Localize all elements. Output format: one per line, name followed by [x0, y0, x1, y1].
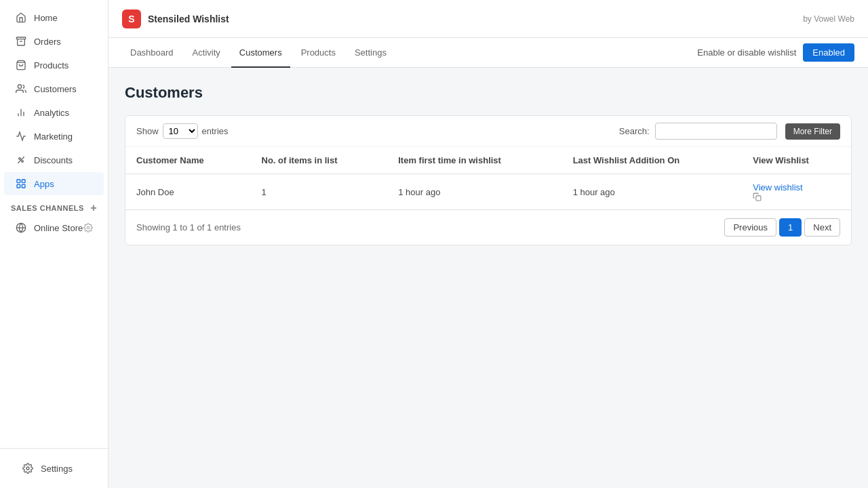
search-input[interactable] — [655, 123, 777, 140]
app-title: Stensiled Wishlist — [148, 14, 229, 24]
settings-label: Settings — [41, 464, 73, 474]
customers-icon — [15, 83, 27, 95]
svg-rect-10 — [17, 180, 20, 183]
sidebar-item-discounts-label: Discounts — [34, 155, 73, 165]
svg-point-3 — [18, 85, 21, 88]
col-items-count: No. of items in list — [251, 147, 388, 174]
svg-rect-12 — [17, 184, 20, 188]
previous-button[interactable]: Previous — [724, 218, 776, 237]
tab-bar: Dashboard Activity Customers Products Se… — [108, 38, 868, 68]
sidebar-item-apps-label: Apps — [34, 179, 54, 189]
svg-rect-11 — [22, 180, 25, 183]
next-button[interactable]: Next — [804, 218, 840, 237]
sales-channels-header: SALES CHANNELS + — [0, 196, 108, 216]
marketing-icon — [15, 130, 27, 142]
svg-rect-13 — [22, 184, 25, 188]
app-header: S Stensiled Wishlist by Vowel Web — [108, 0, 868, 38]
sidebar: Home Orders Products Customers — [0, 0, 108, 488]
entries-label: entries — [202, 126, 229, 136]
sales-channels-label: SALES CHANNELS — [11, 204, 84, 212]
sidebar-nav: Home Orders Products Customers — [0, 0, 108, 448]
table-header-row: Customer Name No. of items in list Item … — [125, 147, 851, 174]
more-filter-button[interactable]: More Filter — [785, 123, 840, 140]
tab-activity[interactable]: Activity — [184, 39, 229, 68]
svg-point-16 — [87, 226, 90, 229]
search-label: Search: — [619, 126, 650, 136]
online-store-label: Online Store — [34, 223, 83, 233]
toggle-label: Enable or disable wishlist — [697, 47, 796, 58]
page-content: Customers Show 10 25 50 100 entries Sear — [108, 68, 868, 488]
app-header-by: by Vowel Web — [803, 14, 854, 24]
sidebar-item-analytics-label: Analytics — [34, 108, 69, 118]
sidebar-item-discounts[interactable]: Discounts — [4, 148, 104, 171]
sidebar-item-home[interactable]: Home — [4, 6, 104, 29]
copy-icon[interactable] — [753, 192, 840, 201]
svg-point-17 — [26, 467, 29, 470]
sidebar-item-products[interactable]: Products — [4, 54, 104, 77]
sidebar-item-apps[interactable]: Apps — [4, 172, 104, 195]
sidebar-item-orders-label: Orders — [34, 37, 61, 47]
sidebar-item-home-label: Home — [34, 13, 58, 23]
settings-icon — [22, 462, 34, 474]
orders-icon — [15, 35, 27, 47]
items-count-cell: 1 — [251, 174, 388, 210]
table-row: John Doe 1 1 hour ago 1 hour ago View wi… — [125, 174, 851, 210]
sidebar-item-marketing-label: Marketing — [34, 131, 73, 142]
col-customer-name: Customer Name — [125, 147, 251, 174]
products-icon — [15, 59, 27, 71]
col-first-time: Item first time in wishlist — [387, 147, 561, 174]
enabled-button[interactable]: Enabled — [803, 43, 854, 62]
add-sales-channel-icon[interactable]: + — [90, 203, 97, 214]
col-view-wishlist: View Wishlist — [742, 147, 851, 174]
last-addition-cell: 1 hour ago — [562, 174, 743, 210]
svg-rect-18 — [756, 196, 761, 201]
page-1-button[interactable]: 1 — [779, 218, 802, 237]
show-entries-control: Show 10 25 50 100 entries — [136, 123, 229, 139]
show-label: Show — [136, 126, 159, 136]
view-wishlist-cell: View wishlist — [742, 174, 851, 210]
customers-table-card: Show 10 25 50 100 entries Search: More F… — [125, 115, 852, 245]
view-wishlist-link[interactable]: View wishlist — [753, 182, 802, 192]
customers-table: Customer Name No. of items in list Item … — [125, 147, 851, 209]
sidebar-item-orders[interactable]: Orders — [4, 30, 104, 53]
main-content: S Stensiled Wishlist by Vowel Web Dashbo… — [108, 0, 868, 488]
tab-dashboard[interactable]: Dashboard — [122, 39, 182, 68]
tab-products[interactable]: Products — [293, 39, 344, 68]
sidebar-item-customers-label: Customers — [34, 84, 77, 94]
tab-customers[interactable]: Customers — [231, 39, 290, 68]
svg-point-8 — [22, 161, 24, 163]
svg-rect-0 — [16, 37, 25, 39]
search-area: Search: — [619, 123, 777, 140]
pagination-controls: Previous 1 Next — [724, 218, 840, 237]
discounts-icon — [15, 154, 27, 166]
home-icon — [15, 12, 27, 24]
sidebar-item-customers[interactable]: Customers — [4, 77, 104, 100]
app-logo: S — [122, 9, 141, 28]
sidebar-item-analytics[interactable]: Analytics — [4, 101, 104, 124]
online-store-settings-icon[interactable] — [83, 223, 93, 232]
sidebar-item-online-store[interactable]: Online Store — [4, 217, 104, 239]
entries-select[interactable]: 10 25 50 100 — [163, 123, 198, 139]
apps-icon — [15, 178, 27, 190]
tab-actions: Enable or disable wishlist Enabled — [697, 43, 854, 62]
sidebar-item-marketing[interactable]: Marketing — [4, 125, 104, 148]
analytics-icon — [15, 106, 27, 119]
customer-name-cell: John Doe — [125, 174, 251, 210]
sidebar-item-products-label: Products — [34, 60, 68, 70]
pagination-info: Showing 1 to 1 of 1 entries — [136, 222, 241, 232]
tabs: Dashboard Activity Customers Products Se… — [122, 38, 395, 67]
page-title: Customers — [125, 84, 852, 102]
sidebar-item-settings[interactable]: Settings — [11, 457, 97, 480]
pagination-bar: Showing 1 to 1 of 1 entries Previous 1 N… — [125, 209, 851, 245]
tab-settings[interactable]: Settings — [347, 39, 395, 68]
sidebar-settings: Settings — [0, 448, 108, 488]
svg-point-7 — [19, 158, 21, 160]
first-time-cell: 1 hour ago — [387, 174, 561, 210]
col-last-addition: Last Wishlist Addition On — [562, 147, 743, 174]
online-store-icon — [15, 222, 27, 234]
